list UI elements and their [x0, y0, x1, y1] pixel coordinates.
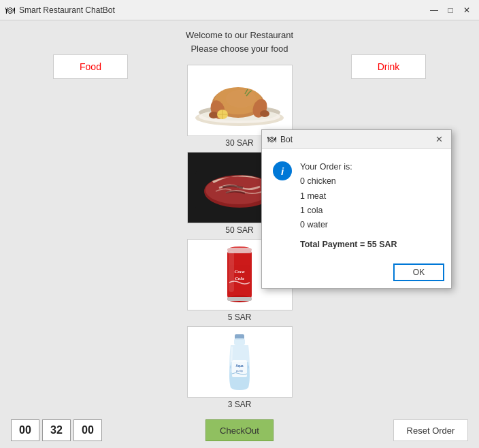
app-title: Smart Restaurant ChatBot: [19, 5, 115, 15]
svg-point-13: [226, 90, 256, 108]
modal-title-left: 🍽 Bot: [267, 134, 293, 144]
modal-order-label: Your Order is:: [300, 160, 397, 174]
title-bar: 🍽 Smart Restaurant ChatBot — □ ✕: [0, 0, 479, 20]
modal-order-line-1: 1 meat: [300, 189, 397, 204]
timer-section: 00 32 00: [11, 419, 102, 441]
modal-body: i Your Order is: 0 chicken 1 meat 1 cola…: [262, 149, 451, 259]
header-line1: Welcome to our Restaurant: [8, 29, 471, 42]
modal-order-line-3: 0 water: [300, 218, 397, 232]
title-bar-left: 🍽 Smart Restaurant ChatBot: [5, 5, 115, 16]
svg-point-9: [260, 110, 269, 117]
header-line2: Please choose your food: [8, 42, 471, 56]
modal-message: Your Order is: 0 chicken 1 meat 1 cola 0…: [300, 160, 397, 253]
water-item: Aqua purity 3 SAR: [187, 326, 293, 409]
app-icon: 🍽: [5, 5, 15, 16]
drink-button[interactable]: Drink: [351, 54, 426, 79]
meat-price: 50 SAR: [225, 225, 253, 235]
reset-button[interactable]: Reset Order: [393, 419, 468, 441]
maximize-button[interactable]: □: [444, 3, 457, 17]
modal-info-icon: i: [273, 161, 292, 180]
water-price: 3 SAR: [228, 400, 252, 409]
header-section: Welcome to our Restaurant Please choose …: [8, 29, 471, 55]
svg-rect-30: [234, 338, 245, 345]
food-button[interactable]: Food: [53, 54, 128, 79]
main-content: Welcome to our Restaurant Please choose …: [0, 20, 479, 448]
svg-text:purity: purity: [236, 369, 243, 372]
timer-seconds: 00: [73, 419, 102, 441]
modal-title-text: Bot: [280, 135, 293, 144]
chicken-price: 30 SAR: [225, 138, 253, 148]
close-button[interactable]: ✕: [460, 3, 474, 17]
modal-order-line-2: 1 cola: [300, 204, 397, 218]
checkout-button[interactable]: CheckOut: [205, 419, 274, 441]
modal-bot-icon: 🍽: [267, 134, 276, 144]
cola-price: 5 SAR: [228, 313, 252, 322]
modal-close-button[interactable]: ✕: [432, 133, 446, 146]
svg-rect-28: [229, 251, 234, 292]
timer-hours: 00: [11, 419, 39, 441]
title-bar-controls: — □ ✕: [427, 3, 474, 17]
svg-text:Aqua: Aqua: [235, 364, 244, 368]
modal-title-bar: 🍽 Bot ✕: [262, 130, 451, 149]
modal-footer: OK: [262, 259, 451, 288]
bot-modal: 🍽 Bot ✕ i Your Order is: 0 chicken 1 mea…: [261, 129, 452, 289]
timer-minutes: 32: [42, 419, 71, 441]
water-image-box[interactable]: Aqua purity: [187, 326, 293, 398]
chicken-image-box[interactable]: [187, 65, 293, 136]
modal-total: Total Payment = 55 SAR: [300, 238, 397, 252]
modal-ok-button[interactable]: OK: [393, 263, 444, 281]
svg-text:Cola: Cola: [235, 276, 244, 281]
svg-point-7: [209, 112, 218, 118]
svg-text:Coca: Coca: [235, 269, 245, 274]
minimize-button[interactable]: —: [427, 3, 441, 17]
svg-rect-24: [227, 297, 252, 301]
modal-order-line-0: 0 chicken: [300, 174, 397, 189]
